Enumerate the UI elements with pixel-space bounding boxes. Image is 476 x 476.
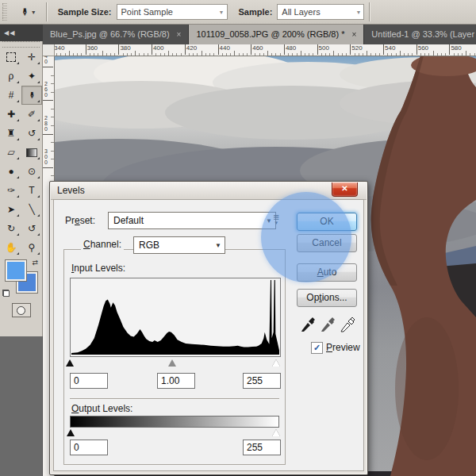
input-highlight-field[interactable]: 255: [243, 373, 281, 389]
toolbar: ◀◀ ✛ρ✦#✒✚✐♜↺▱●⊙✑T➤╲↻↺✋⚲ ⇄: [0, 24, 43, 476]
tool-brush-tool[interactable]: ✐: [21, 105, 42, 124]
close-button[interactable]: ✕: [332, 182, 358, 197]
tab[interactable]: 101109_0058.JPG @ 200% (RGB/8) *×: [189, 24, 364, 44]
ruler-label: 480: [286, 44, 296, 52]
tool-move-tool[interactable]: ✛: [21, 48, 42, 67]
toolbar-panel: ✛ρ✦#✒✚✐♜↺▱●⊙✑T➤╲↻↺✋⚲ ⇄: [0, 41, 43, 336]
channel-dropdown[interactable]: RGB ▼: [133, 236, 225, 254]
tool-healing-brush-tool[interactable]: ✚: [1, 105, 21, 124]
tool-pen-tool[interactable]: ✑: [1, 181, 21, 200]
options-bar-grip[interactable]: [2, 3, 7, 21]
tool-zoom-tool[interactable]: ⚲: [21, 238, 42, 257]
tool-crop-tool[interactable]: #: [1, 86, 21, 105]
rotate-view-tool-icon: ↻: [7, 224, 15, 233]
out-shadow-slider[interactable]: [67, 429, 75, 436]
ruler-label: 280: [44, 115, 48, 132]
crop-tool-icon: #: [9, 90, 14, 100]
tool-grid: ✛ρ✦#✒✚✐♜↺▱●⊙✑T➤╲↻↺✋⚲: [0, 48, 42, 257]
tool-lasso-tool[interactable]: ρ: [1, 67, 21, 86]
divider: [46, 2, 47, 21]
sample-size-dropdown[interactable]: Point Sample ▼: [117, 4, 228, 20]
tab-label: Blue_Ps.jpg @ 66.7% (RGB/8): [50, 29, 170, 39]
tool-blur-tool[interactable]: ●: [1, 162, 21, 181]
tool-hand-tool[interactable]: ✋: [1, 238, 21, 257]
foreground-color-swatch[interactable]: [6, 260, 26, 281]
output-levels-label: Output Levels:: [71, 403, 132, 414]
dialog-titlebar[interactable]: Levels ✕: [51, 182, 367, 200]
output-shadow-field[interactable]: 0: [70, 440, 108, 455]
default-colors-icon[interactable]: [2, 290, 10, 297]
tool-line-tool[interactable]: ╲: [21, 200, 42, 219]
ruler-label: 420: [186, 44, 197, 52]
chevron-down-icon: ▼: [31, 10, 36, 15]
chevron-down-icon: ▼: [355, 10, 361, 15]
preview-checkbox[interactable]: ✓: [311, 342, 323, 354]
tool-quick-selection-tool[interactable]: ✦: [21, 67, 42, 86]
dialog-body: Preset: Default ▼ ≣▾ OK Cancel Auto Opti…: [53, 199, 364, 471]
tool-gradient-tool[interactable]: [21, 143, 42, 162]
input-shadow-field[interactable]: 0: [70, 373, 108, 389]
quick-mask-icon: [17, 306, 25, 315]
input-gamma-field[interactable]: 1.00: [157, 373, 195, 389]
swap-colors-icon[interactable]: ⇄: [32, 259, 38, 267]
tool-dodge-tool[interactable]: ⊙: [21, 162, 42, 181]
eyedropper-tool-icon: ✒: [18, 7, 31, 17]
tab-close-button[interactable]: ×: [352, 30, 357, 39]
gray-point-eyedropper-icon[interactable]: [320, 315, 336, 332]
app-background: [0, 336, 43, 476]
tool-eyedropper-tool[interactable]: ✒: [21, 86, 42, 105]
chevron-down-icon: ▼: [219, 10, 225, 15]
pen-tool-icon: ✑: [7, 186, 15, 195]
preset-options-icon[interactable]: ≣▾: [273, 213, 279, 226]
histogram-svg: [71, 278, 279, 355]
rectangular-marquee-tool-icon: [6, 52, 16, 62]
type-tool-icon: T: [29, 186, 34, 195]
tool-history-brush-tool[interactable]: ↺: [21, 124, 42, 143]
zoom-tool-icon: ⚲: [29, 243, 36, 252]
line-tool-icon: ╲: [29, 205, 34, 214]
divider: [70, 398, 279, 399]
channel-value: RGB: [139, 240, 159, 251]
highlight-slider[interactable]: [272, 359, 280, 367]
divider: [369, 2, 370, 21]
midtone-slider[interactable]: [168, 359, 176, 367]
black-point-eyedropper-icon[interactable]: [300, 315, 316, 332]
tool-rotate-view-tool[interactable]: ↻: [1, 219, 21, 238]
current-tool-button[interactable]: ✒ ▼: [20, 6, 36, 18]
brush-tool-icon: ✐: [28, 109, 36, 119]
preset-dropdown[interactable]: Default ▼: [108, 212, 276, 229]
preset-label: Preset:: [65, 215, 95, 226]
white-point-eyedropper-icon[interactable]: [340, 315, 355, 332]
shadow-slider[interactable]: [66, 359, 74, 367]
out-highlight-slider[interactable]: [272, 429, 280, 436]
tab[interactable]: Untitled-1 @ 33.3% (Layer 2: [364, 24, 476, 44]
sample-size-value: Point Sample: [121, 7, 173, 17]
auto-button[interactable]: Auto: [297, 263, 357, 282]
tool-path-selection-tool[interactable]: ➤: [1, 200, 21, 219]
cancel-button[interactable]: Cancel: [297, 234, 357, 252]
hand-tool-icon: ✋: [6, 243, 17, 252]
toolbar-collapse-button[interactable]: ◀◀: [0, 24, 43, 41]
tool-clone-stamp-tool[interactable]: ♜: [1, 124, 21, 143]
options-button[interactable]: Options...: [297, 289, 357, 307]
tab[interactable]: Blue_Ps.jpg @ 66.7% (RGB/8)×: [43, 24, 189, 44]
tool-orbit-3d-tool[interactable]: ↺: [21, 219, 42, 238]
tool-type-tool[interactable]: T: [21, 181, 42, 200]
output-highlight-field[interactable]: 255: [243, 440, 281, 455]
sample-dropdown[interactable]: All Layers ▼: [277, 4, 364, 20]
ruler-label: 240: [44, 56, 48, 64]
tool-eraser-tool[interactable]: ▱: [1, 143, 21, 162]
gradient-tool-icon: [26, 148, 37, 157]
quick-mask-button[interactable]: [12, 303, 31, 317]
histogram: [70, 278, 281, 357]
channel-label: Channel:: [81, 239, 124, 250]
tab-close-button[interactable]: ×: [177, 30, 182, 39]
ruler-label: 400: [153, 44, 163, 52]
toolbar-grip[interactable]: [2, 41, 40, 48]
photoshop-window: ✒ ▼ Sample Size: Point Sample ▼ Sample: …: [0, 0, 476, 476]
ok-button[interactable]: OK: [297, 213, 357, 231]
tab-label: Untitled-1 @ 33.3% (Layer 2: [371, 29, 476, 39]
input-slider-track: [70, 359, 279, 368]
tool-rectangular-marquee-tool[interactable]: [1, 48, 21, 67]
collapse-icon: ◀◀: [4, 29, 15, 36]
